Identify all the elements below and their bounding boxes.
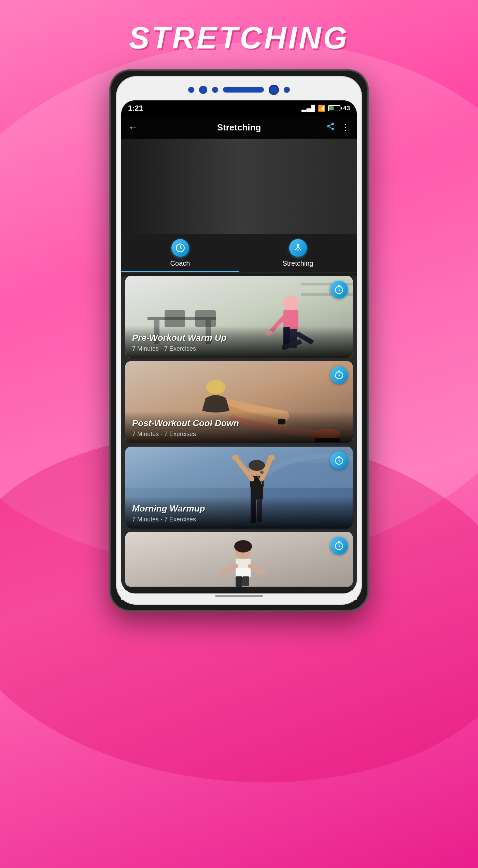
svg-point-1 [327,125,329,127]
card-4-illustration [125,532,353,587]
coach-tab-label: Coach [170,260,190,267]
button-dot-2 [199,86,207,94]
stretching-tab-icon [289,239,307,257]
card-3-title: Morning Warmup [132,503,346,514]
svg-point-0 [332,123,334,125]
button-pill [223,87,264,93]
battery-fill [329,106,334,110]
more-options-button[interactable]: ⋮ [341,122,350,133]
notch-bar [215,595,263,597]
coach-tab-icon [171,239,189,257]
hero-background [121,139,357,234]
card-2-timer-badge [330,366,348,384]
button-dot-1 [188,87,194,93]
signal-icon: ▂▄█ [301,104,315,112]
share-button[interactable] [326,122,335,133]
card-post-workout[interactable]: Post-Workout Cool Down 7 Minutes - 7 Exe… [125,361,353,443]
phone-outer: 1:21 ▂▄█ 📶 43 ← Stretching [117,77,361,604]
svg-point-58 [249,460,265,471]
svg-point-72 [234,540,252,552]
battery-icon [328,105,340,111]
card-4-background [125,532,353,587]
wifi-icon: 📶 [318,104,325,112]
svg-point-30 [283,296,298,311]
tab-stretching[interactable]: Stretching [239,234,357,272]
tab-coach[interactable]: Coach [121,234,239,272]
card-4-partial[interactable] [125,532,353,587]
card-pre-workout[interactable]: Pre-Workout Warm Up 7 Minutes - 7 Exerci… [125,276,353,358]
svg-line-4 [329,124,332,126]
page-title: STRETCHING [129,20,349,56]
card-3-timer-badge [330,451,348,469]
phone-screen: 1:21 ▂▄█ 📶 43 ← Stretching [121,100,357,593]
svg-point-2 [332,128,334,130]
card-1-subtitle: 7 Minutes - 7 Exercises [132,345,346,352]
svg-point-46 [206,380,225,394]
svg-rect-56 [125,447,353,488]
svg-line-3 [329,127,332,128]
card-3-overlay: Morning Warmup 7 Minutes - 7 Exercises [125,496,353,529]
button-oval [269,85,279,95]
card-2-subtitle: 7 Minutes - 7 Exercises [132,431,346,438]
svg-point-61 [232,455,239,460]
card-1-title: Pre-Workout Warm Up [132,333,346,343]
phone-frame: 1:21 ▂▄█ 📶 43 ← Stretching [109,69,369,612]
status-time: 1:21 [128,104,143,113]
phone-bottom-notch [121,593,357,600]
card-4-timer-badge [330,537,348,555]
card-3-subtitle: 7 Minutes - 7 Exercises [132,516,346,523]
svg-rect-76 [242,576,249,586]
phone-hardware-buttons [121,81,357,100]
svg-point-65 [260,471,264,474]
card-1-timer-badge [330,281,348,298]
back-button[interactable]: ← [128,122,138,133]
workout-card-list: Pre-Workout Warm Up 7 Minutes - 7 Exerci… [121,276,357,587]
header-title: Stretching [217,122,261,133]
card-morning-warmup[interactable]: Morning Warmup 7 Minutes - 7 Exercises [125,447,353,529]
svg-rect-75 [236,576,242,587]
status-bar: 1:21 ▂▄█ 📶 43 [121,100,357,116]
button-dot-3 [212,87,218,93]
svg-rect-28 [165,310,185,327]
tab-navigation: Coach Stretching [121,234,357,272]
app-header: ← Stretching ⋮ [121,116,357,139]
hero-image [121,139,357,234]
svg-point-62 [268,455,275,460]
button-dot-4 [284,87,290,93]
svg-rect-29 [195,310,216,327]
stretching-tab-label: Stretching [282,260,313,267]
card-1-overlay: Pre-Workout Warm Up 7 Minutes - 7 Exerci… [125,326,353,358]
battery-label: 43 [343,105,350,112]
card-2-title: Post-Workout Cool Down [132,418,346,429]
svg-point-22 [297,244,299,246]
header-actions: ⋮ [326,122,350,133]
card-2-overlay: Post-Workout Cool Down 7 Minutes - 7 Exe… [125,411,353,443]
status-icons: ▂▄█ 📶 43 [301,104,350,112]
